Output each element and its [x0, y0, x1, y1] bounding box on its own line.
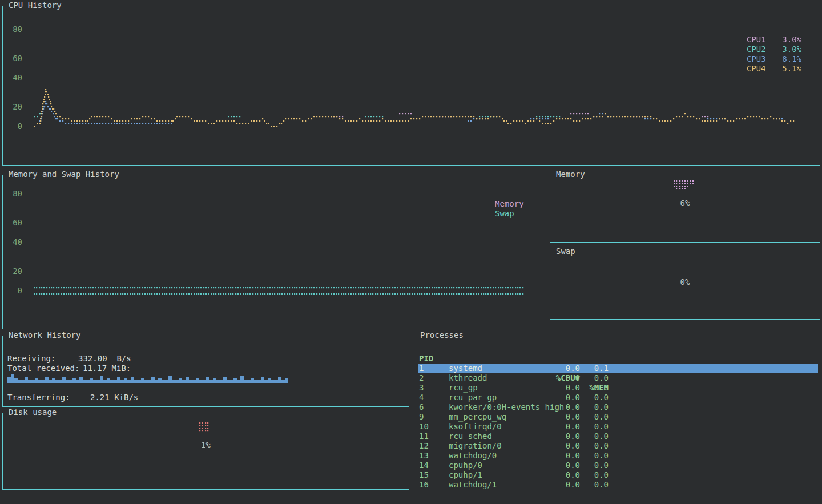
process-pid: 13 — [419, 451, 448, 461]
cpu-ytick-60: 60 — [5, 54, 22, 63]
cpu-legend-value: 5.1% — [779, 64, 801, 74]
memory-swap-history-title: Memory and Swap History — [7, 170, 120, 179]
process-pid: 10 — [419, 422, 448, 432]
process-mem-percent: 0.0 — [574, 432, 609, 441]
processes-title: Processes — [419, 330, 465, 340]
memory-swap-history-graph — [34, 283, 525, 298]
process-row[interactable]: 12migration/00.00.0 — [418, 441, 818, 451]
system-monitor-screen: CPU History 80 60 40 20 0 CPU13.0%CPU23.… — [0, 0, 822, 504]
cpu-legend-row: CPU38.1% — [747, 54, 801, 64]
process-pid: 15 — [419, 470, 448, 480]
transferring-value: 2.21 KiB/s — [90, 393, 138, 402]
process-pid: 11 — [419, 432, 448, 441]
process-mem-percent: 0.0 — [574, 480, 609, 490]
cpu-legend-row: CPU13.0% — [747, 35, 801, 45]
process-mem-percent: 0.0 — [574, 402, 609, 412]
cpu-history-title: CPU History — [7, 1, 63, 10]
swap-gauge-percent: 0% — [550, 277, 820, 287]
transferring-label: Transferring: — [7, 393, 70, 402]
memory-swap-legend-label: Swap — [495, 209, 524, 219]
process-mem-percent: 0.0 — [574, 383, 609, 393]
process-mem-percent: 0.0 — [574, 441, 609, 451]
process-row[interactable]: 15cpuhp/10.00.0 — [418, 470, 818, 480]
mem-ytick-40: 40 — [5, 237, 22, 247]
cpu-ytick-20: 20 — [5, 102, 22, 112]
memory-swap-history-panel: Memory and Swap History 80 60 40 20 0 Me… — [2, 175, 545, 329]
total-received-value: 11.17 MiB: — [83, 364, 131, 373]
cpu-legend-label: CPU1 — [747, 35, 779, 45]
cpu-legend-value: 8.1% — [779, 54, 801, 64]
process-pid: 14 — [419, 461, 448, 470]
network-receive-graph — [7, 373, 293, 383]
memory-swap-legend-label: Memory — [495, 199, 524, 209]
disk-gauge-dots — [199, 422, 213, 434]
process-pid: 4 — [419, 393, 448, 402]
process-row[interactable]: 16watchdog/10.00.0 — [418, 480, 818, 490]
cpu-history-graph — [34, 23, 796, 138]
memory-gauge-panel: Memory 6% — [550, 175, 820, 243]
receiving-value: 332.00 B/s — [78, 354, 131, 364]
cpu-legend-value: 3.0% — [779, 45, 801, 54]
process-pid: 12 — [419, 441, 448, 451]
cpu-legend-label: CPU4 — [747, 64, 779, 74]
process-row-selected[interactable]: 1systemd0.00.1 — [418, 364, 818, 373]
process-pid: 1 — [419, 364, 448, 373]
disk-usage-panel: Disk usage 1% — [2, 413, 409, 490]
cpu-legend-label: CPU2 — [747, 45, 779, 54]
disk-usage-title: Disk usage — [7, 408, 58, 417]
process-mem-percent: 0.0 — [574, 451, 609, 461]
process-mem-percent: 0.0 — [574, 422, 609, 432]
cpu-ytick-0: 0 — [5, 122, 22, 131]
cpu-ytick-80: 80 — [5, 25, 22, 34]
process-mem-percent: 0.0 — [574, 393, 609, 402]
mem-ytick-60: 60 — [5, 218, 22, 228]
process-pid: 2 — [419, 373, 448, 383]
process-row[interactable]: 2kthreadd0.00.0 — [418, 373, 818, 383]
process-pid: 3 — [419, 383, 448, 393]
cpu-ytick-40: 40 — [5, 73, 22, 83]
process-row[interactable]: 6kworker/0:0H-events_high0.00.0 — [418, 402, 818, 412]
swap-gauge-panel: Swap 0% — [550, 252, 820, 320]
column-header-pid[interactable]: PID — [419, 354, 448, 364]
mem-ytick-80: 80 — [5, 189, 22, 199]
receiving-label: Receiving: — [7, 354, 55, 364]
process-row[interactable]: 10ksoftirqd/00.00.0 — [418, 422, 818, 432]
process-row[interactable]: 4rcu_par_gp0.00.0 — [418, 393, 818, 402]
total-received-label: Total received: — [7, 364, 79, 373]
cpu-legend-row: CPU23.0% — [747, 45, 801, 54]
memory-gauge-dots — [674, 180, 696, 192]
process-pid: 16 — [419, 480, 448, 490]
process-pid: 6 — [419, 402, 448, 412]
mem-ytick-20: 20 — [5, 267, 22, 276]
cpu-legend: CPU13.0%CPU23.0%CPU38.1%CPU45.1% — [747, 35, 801, 74]
memory-gauge-percent: 6% — [550, 199, 820, 208]
process-pid: 9 — [419, 412, 448, 422]
process-mem-percent: 0.0 — [574, 470, 609, 480]
swap-gauge-title: Swap — [555, 247, 577, 256]
process-row[interactable]: 11rcu_sched0.00.0 — [418, 432, 818, 441]
cpu-history-panel: CPU History 80 60 40 20 0 CPU13.0%CPU23.… — [2, 6, 820, 166]
process-mem-percent: 0.0 — [574, 373, 609, 383]
network-history-panel: Network History Receiving: 332.00 B/s To… — [2, 336, 409, 407]
process-row[interactable]: 13watchdog/00.00.0 — [418, 451, 818, 461]
cpu-legend-value: 3.0% — [779, 35, 801, 45]
process-mem-percent: 0.1 — [574, 364, 609, 373]
memory-gauge-title: Memory — [555, 170, 586, 179]
process-table-header: PID Command %CPU▼ %MEM — [418, 344, 818, 354]
cpu-legend-label: CPU3 — [747, 54, 779, 64]
process-row[interactable]: 3rcu_gp0.00.0 — [418, 383, 818, 393]
process-row[interactable]: 14cpuhp/00.00.0 — [418, 461, 818, 470]
processes-panel: Processes PID Command %CPU▼ %MEM 1system… — [414, 336, 820, 494]
process-mem-percent: 0.0 — [574, 412, 609, 422]
memory-swap-legend: MemorySwap — [495, 199, 524, 219]
network-history-title: Network History — [7, 330, 82, 340]
process-row[interactable]: 9mm_percpu_wq0.00.0 — [418, 412, 818, 422]
mem-ytick-0: 0 — [5, 286, 22, 296]
process-mem-percent: 0.0 — [574, 461, 609, 470]
cpu-legend-row: CPU45.1% — [747, 64, 801, 74]
disk-gauge-percent: 1% — [3, 441, 409, 450]
